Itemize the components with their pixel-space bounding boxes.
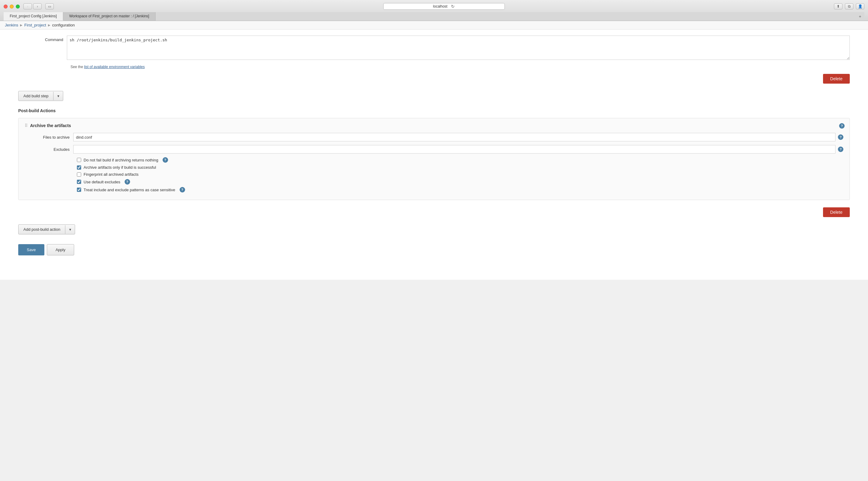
add-post-build-dropdown[interactable]: ▼ [65, 225, 75, 234]
delete-button-1[interactable]: Delete [823, 74, 850, 84]
back-icon: ‹ [27, 5, 28, 8]
breadcrumb-configuration: configuration [52, 23, 75, 27]
window-actions: ⬆ ⧉ 👤 [834, 3, 864, 9]
window-chrome: ‹ › ▭ localhost ↻ ⬆ ⧉ 👤 First_project Co… [0, 0, 868, 21]
case-sensitive-help-icon[interactable]: ? [180, 187, 185, 192]
artifact-header-left: ⠿ Archive the artifacts [25, 123, 71, 128]
do-not-fail-build-label: Do not fail build if archiving returns n… [84, 158, 158, 162]
use-default-excludes-checkbox[interactable] [77, 180, 81, 184]
use-default-excludes-help-icon[interactable]: ? [125, 179, 130, 185]
files-to-archive-help-icon[interactable]: ? [838, 134, 843, 140]
archive-only-successful-checkbox[interactable] [77, 166, 81, 170]
command-section: Command sh /root/jenkins/build_jenkins_p… [18, 29, 850, 60]
url-text: localhost [433, 4, 447, 8]
excludes-input-group: ? [73, 145, 843, 154]
delete-btn-row-1: Delete [18, 74, 850, 84]
title-bar: ‹ › ▭ localhost ↻ ⬆ ⧉ 👤 [4, 3, 864, 12]
archive-only-successful-label: Archive artifacts only if build is succe… [84, 165, 156, 170]
add-post-build-split-button: Add post-build action ▼ [18, 224, 75, 234]
forward-icon: › [37, 5, 38, 8]
tab-first-project-config[interactable]: First_project Config [Jenkins] [4, 12, 63, 21]
profile-button[interactable]: 👤 [856, 3, 864, 9]
new-tab-button[interactable]: + [856, 12, 864, 21]
env-vars-prefix: See the [70, 65, 84, 69]
forward-button[interactable]: › [33, 3, 42, 9]
archive-artifacts-help-icon[interactable]: ? [839, 123, 845, 129]
checkbox-row-3: Fingerprint all archived artifacts [77, 172, 843, 177]
breadcrumb: Jenkins ▶ First_project ▶ configuration [0, 21, 868, 29]
drag-handle-icon[interactable]: ⠿ [25, 123, 28, 128]
post-build-actions-header: Post-build Actions [18, 108, 850, 113]
add-post-build-action-row: Add post-build action ▼ [18, 224, 850, 234]
archive-artifacts-title: Archive the artifacts [30, 123, 71, 128]
breadcrumb-arrow-1: ▶ [20, 23, 23, 27]
share-button[interactable]: ⬆ [834, 3, 842, 9]
files-to-archive-row: Files to archive ? [25, 133, 843, 141]
files-to-archive-input-group: ? [73, 133, 843, 141]
fingerprint-artifacts-label: Fingerprint all archived artifacts [84, 172, 138, 177]
env-vars-row: See the list of available environment va… [70, 65, 850, 69]
add-post-build-button[interactable]: Add post-build action [19, 225, 65, 234]
use-default-excludes-label: Use default excludes [84, 180, 120, 184]
add-build-step-split-button: Add build step ▼ [18, 91, 63, 101]
bottom-buttons: Save Apply [18, 244, 850, 255]
sidebar-icon: ▭ [48, 5, 51, 8]
excludes-row: Excludes ? [25, 145, 843, 154]
checkbox-row-4: Use default excludes ? [77, 179, 843, 185]
case-sensitive-label: Treat include and exclude patterns as ca… [84, 188, 175, 192]
artifact-header-row: ⠿ Archive the artifacts ? [25, 123, 843, 128]
address-bar[interactable]: localhost ↻ [383, 3, 505, 10]
add-build-step-button[interactable]: Add build step [19, 91, 53, 101]
do-not-fail-build-checkbox[interactable] [77, 158, 81, 162]
minimize-button[interactable] [10, 5, 14, 8]
fingerprint-artifacts-checkbox[interactable] [77, 172, 81, 177]
maximize-button[interactable] [16, 5, 20, 8]
case-sensitive-checkbox[interactable] [77, 188, 81, 192]
main-content: Command sh /root/jenkins/build_jenkins_p… [0, 29, 868, 280]
back-button[interactable]: ‹ [23, 3, 32, 9]
add-build-step-dropdown[interactable]: ▼ [53, 92, 63, 100]
save-button[interactable]: Save [18, 244, 44, 255]
nav-buttons: ‹ › [23, 3, 42, 9]
excludes-label: Excludes [25, 147, 73, 152]
add-build-step-row: Add build step ▼ [18, 91, 850, 101]
content-area: Command sh /root/jenkins/build_jenkins_p… [0, 29, 868, 268]
delete-button-2[interactable]: Delete [823, 207, 850, 217]
do-not-fail-build-help-icon[interactable]: ? [163, 157, 168, 163]
excludes-help-icon[interactable]: ? [838, 147, 843, 152]
sidebar-toggle-button[interactable]: ▭ [45, 3, 54, 9]
tabs-bar: First_project Config [Jenkins] Workspace… [4, 12, 864, 21]
command-label: Command [18, 36, 67, 42]
breadcrumb-jenkins[interactable]: Jenkins [5, 23, 18, 27]
reload-button[interactable]: ↻ [451, 4, 455, 9]
tab-overview-button[interactable]: ⧉ [845, 3, 854, 9]
files-to-archive-input[interactable] [73, 133, 835, 141]
breadcrumb-first-project[interactable]: First_project [24, 23, 46, 27]
close-button[interactable] [4, 5, 8, 8]
env-vars-link[interactable]: list of available environment variables [84, 65, 145, 69]
command-textarea[interactable]: sh /root/jenkins/build_jenkins_project.s… [67, 36, 850, 60]
archive-artifacts-section: ⠿ Archive the artifacts ? Files to archi… [18, 118, 850, 200]
checkbox-row-5: Treat include and exclude patterns as ca… [77, 187, 843, 192]
tab-workspace[interactable]: Workspace of First_project on master : /… [63, 12, 156, 21]
checkbox-row-2: Archive artifacts only if build is succe… [77, 165, 843, 170]
apply-button[interactable]: Apply [47, 244, 74, 255]
delete-btn-row-2: Delete [18, 207, 850, 217]
address-bar-container: localhost ↻ [57, 3, 830, 10]
breadcrumb-arrow-2: ▶ [48, 23, 51, 27]
files-to-archive-label: Files to archive [25, 135, 73, 140]
excludes-input[interactable] [73, 145, 835, 154]
checkbox-row-1: Do not fail build if archiving returns n… [77, 157, 843, 163]
traffic-lights [4, 5, 20, 8]
